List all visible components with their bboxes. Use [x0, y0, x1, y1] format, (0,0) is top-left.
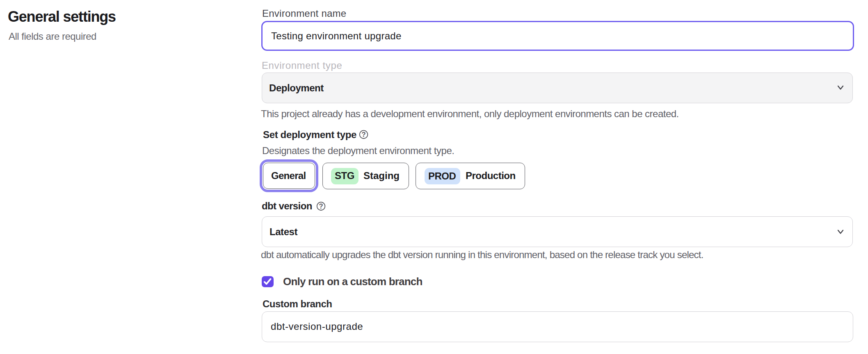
svg-text:?: ?	[319, 202, 323, 210]
svg-text:?: ?	[361, 131, 365, 138]
